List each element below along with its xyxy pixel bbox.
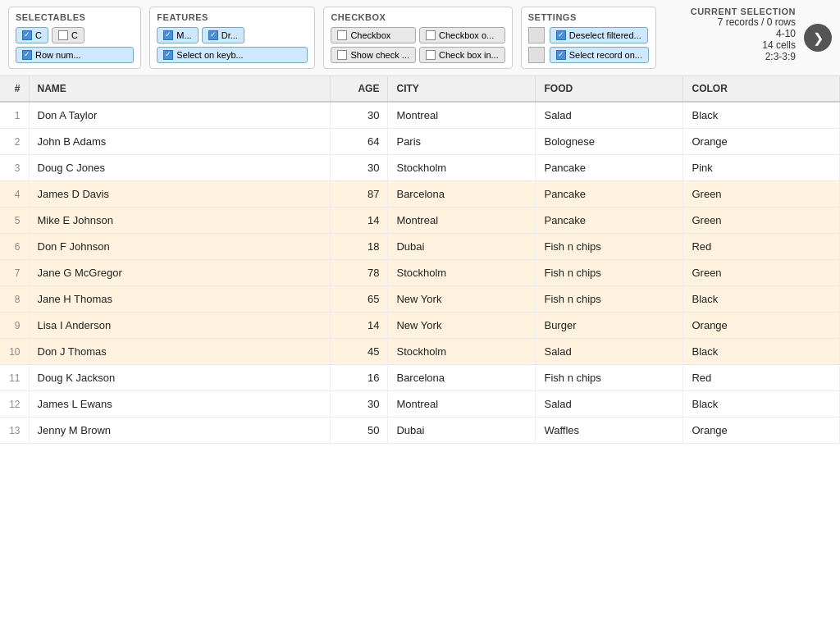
selectables-label-c1: C <box>35 30 42 40</box>
checkbox-check4 <box>426 50 436 60</box>
cell-city: Dubai <box>388 418 536 444</box>
table-row[interactable]: 4 James D Davis 87 Barcelona Pancake Gre… <box>0 181 840 208</box>
checkbox-check2 <box>426 30 436 40</box>
settings-square2 <box>528 47 545 63</box>
table-row[interactable]: 5 Mike E Johnson 14 Montreal Pancake Gre… <box>0 208 840 234</box>
cell-age: 16 <box>331 365 388 391</box>
cell-color: Green <box>683 208 840 234</box>
table-row[interactable]: 11 Doug K Jackson 16 Barcelona Fish n ch… <box>0 365 840 391</box>
table-row[interactable]: 6 Don F Johnson 18 Dubai Fish n chips Re… <box>0 234 840 260</box>
settings-label2: Select record on... <box>569 50 642 60</box>
cell-color: Black <box>683 286 840 313</box>
selectables-btn-c2[interactable]: C <box>52 27 84 43</box>
features-check-dr <box>208 30 218 40</box>
settings-square1 <box>528 27 545 43</box>
cell-color: Pink <box>683 155 840 181</box>
checkbox-panel: CHECKBOX Checkbox Checkbox o... Show che… <box>323 7 512 69</box>
features-check-m <box>163 30 173 40</box>
cell-city: Montreal <box>388 391 536 418</box>
cell-name: Lisa I Anderson <box>29 313 331 339</box>
checkbox-label1: Checkbox <box>350 30 390 40</box>
cell-color: Orange <box>683 313 840 339</box>
table-row[interactable]: 10 Don J Thomas 45 Stockholm Salad Black <box>0 339 840 365</box>
table-row[interactable]: 1 Don A Taylor 30 Montreal Salad Black <box>0 102 840 129</box>
cell-num: 1 <box>0 102 29 129</box>
table-row[interactable]: 12 James L Ewans 30 Montreal Salad Black <box>0 391 840 418</box>
features-btn-dr[interactable]: Dr... <box>202 27 244 43</box>
cell-city: Dubai <box>388 234 536 260</box>
cell-city: Stockholm <box>388 155 536 181</box>
cell-food: Salad <box>536 339 683 365</box>
cell-food: Waffles <box>536 418 683 444</box>
features-btn-keyboard[interactable]: Select on keyb... <box>157 47 308 63</box>
data-table: # NAME AGE CITY FOOD COLOR 1 Don A Taylo… <box>0 76 840 444</box>
features-panel: FEATURES M... Dr... Select on keyb... <box>149 7 315 69</box>
table-row[interactable]: 7 Jane G McGregor 78 Stockholm Fish n ch… <box>0 260 840 286</box>
settings-btn-selectrecord[interactable]: Select record on... <box>550 47 649 63</box>
cell-color: Black <box>683 102 840 129</box>
cell-num: 13 <box>0 418 29 444</box>
cell-age: 50 <box>331 418 388 444</box>
cell-age: 18 <box>331 234 388 260</box>
selectables-btn-c1[interactable]: C <box>16 27 48 43</box>
table-row[interactable]: 3 Doug C Jones 30 Stockholm Pancake Pink <box>0 155 840 181</box>
cell-age: 14 <box>331 313 388 339</box>
cell-food: Pancake <box>536 208 683 234</box>
selectables-check-c2 <box>58 30 68 40</box>
cell-city: Barcelona <box>388 365 536 391</box>
cell-num: 10 <box>0 339 29 365</box>
settings-row1: Deselect filtered... <box>528 27 649 43</box>
cell-food: Burger <box>536 313 683 339</box>
cell-name: John B Adams <box>29 129 331 155</box>
checkbox-btn-checkboxin[interactable]: Check box in... <box>419 47 505 63</box>
selectables-btn-rownum[interactable]: Row num... <box>16 47 134 63</box>
checkbox-btn-checkbox[interactable]: Checkbox <box>331 27 416 43</box>
selectables-check-rownum <box>22 50 32 60</box>
top-bar: SELECTABLES C C Row num... FEATURES M... <box>0 0 840 76</box>
cell-age: 30 <box>331 391 388 418</box>
cell-age: 30 <box>331 155 388 181</box>
settings-panel: SETTINGS Deselect filtered... Select rec… <box>521 7 656 69</box>
cell-age: 64 <box>331 129 388 155</box>
cell-color: Orange <box>683 129 840 155</box>
features-buttons: M... Dr... Select on keyb... <box>157 27 308 63</box>
selectables-label-rownum: Row num... <box>35 50 81 60</box>
cell-city: Stockholm <box>388 339 536 365</box>
cell-color: Red <box>683 234 840 260</box>
cell-num: 2 <box>0 129 29 155</box>
checkbox-btn-checkboxo[interactable]: Checkbox o... <box>419 27 505 43</box>
checkbox-btn-showcheck[interactable]: Show check ... <box>331 47 416 63</box>
settings-check1 <box>556 30 566 40</box>
cell-name: Doug C Jones <box>29 155 331 181</box>
cell-age: 30 <box>331 102 388 129</box>
col-header-city: CITY <box>388 76 536 102</box>
col-header-color: COLOR <box>683 76 840 102</box>
cell-num: 9 <box>0 313 29 339</box>
cell-city: New York <box>388 286 536 313</box>
current-selection-coords: 2:3-3:9 <box>664 51 796 62</box>
cell-color: Red <box>683 365 840 391</box>
cell-age: 45 <box>331 339 388 365</box>
cell-num: 8 <box>0 286 29 313</box>
cell-name: Doug K Jackson <box>29 365 331 391</box>
features-label-dr: Dr... <box>221 30 238 40</box>
cell-name: Don F Johnson <box>29 234 331 260</box>
table-header-row: # NAME AGE CITY FOOD COLOR <box>0 76 840 102</box>
settings-title: SETTINGS <box>528 12 649 22</box>
cell-food: Pancake <box>536 181 683 208</box>
cell-color: Green <box>683 260 840 286</box>
table-row[interactable]: 8 Jane H Thomas 65 New York Fish n chips… <box>0 286 840 313</box>
cell-food: Fish n chips <box>536 365 683 391</box>
features-btn-m[interactable]: M... <box>157 27 198 43</box>
table-row[interactable]: 13 Jenny M Brown 50 Dubai Waffles Orange <box>0 418 840 444</box>
settings-btn-deselect[interactable]: Deselect filtered... <box>550 27 648 43</box>
table-row[interactable]: 9 Lisa I Anderson 14 New York Burger Ora… <box>0 313 840 339</box>
table-row[interactable]: 2 John B Adams 64 Paris Bolognese Orange <box>0 129 840 155</box>
cell-food: Fish n chips <box>536 260 683 286</box>
checkbox-buttons: Checkbox Checkbox o... Show check ... Ch… <box>331 27 504 63</box>
cell-num: 12 <box>0 391 29 418</box>
cell-age: 78 <box>331 260 388 286</box>
run-button[interactable]: ❯ <box>804 24 832 52</box>
current-selection-panel: CURRENT SELECTION 7 records / 0 rows 4-1… <box>664 7 796 62</box>
current-selection-records: 7 records / 0 rows <box>664 16 796 28</box>
